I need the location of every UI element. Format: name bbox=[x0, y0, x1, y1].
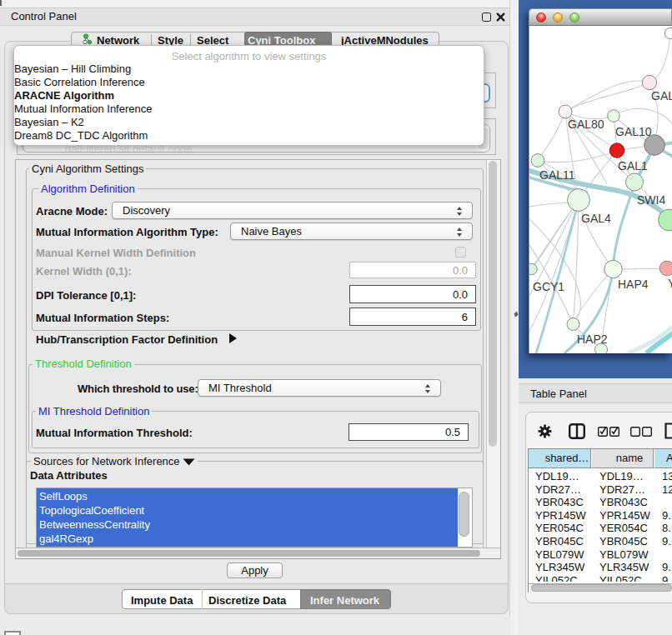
svg-text:GAL7: GAL7 bbox=[651, 89, 672, 102]
svg-text:SWI4: SWI4 bbox=[637, 193, 665, 207]
svg-text:YF: YF bbox=[668, 277, 672, 290]
svg-text:GAL10: GAL10 bbox=[615, 125, 652, 138]
svg-text:GAL80: GAL80 bbox=[568, 118, 604, 131]
svg-text:GAL4: GAL4 bbox=[581, 212, 611, 225]
svg-text:HAP2: HAP2 bbox=[577, 332, 608, 346]
svg-text:HAP4: HAP4 bbox=[618, 278, 649, 291]
svg-text:GAL11: GAL11 bbox=[539, 168, 575, 182]
svg-text:GAL1: GAL1 bbox=[618, 159, 648, 172]
svg-text:GCY1: GCY1 bbox=[533, 280, 564, 293]
